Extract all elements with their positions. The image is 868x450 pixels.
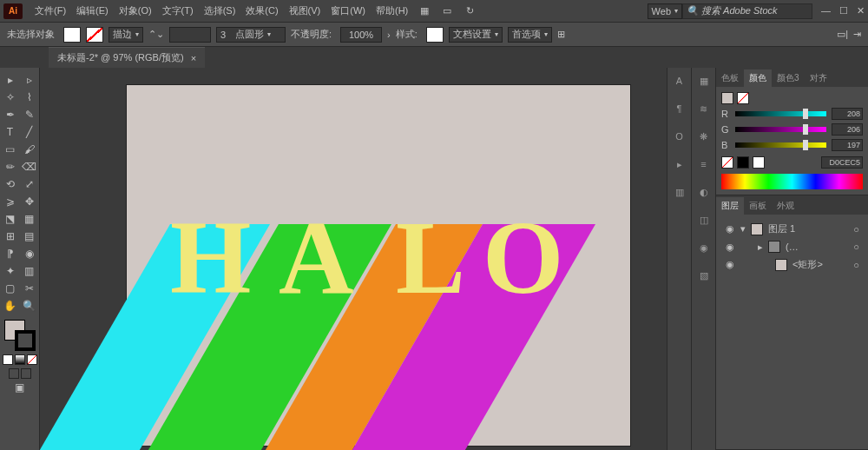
shaper-tool[interactable]: ✏ <box>1 158 20 175</box>
minimize-button[interactable]: — <box>821 5 831 17</box>
transparency-panel-icon[interactable]: ◫ <box>696 212 712 228</box>
graph-tool[interactable]: ▥ <box>20 262 39 280</box>
target-icon[interactable]: ○ <box>853 224 859 235</box>
paintbrush-tool[interactable]: 🖌 <box>20 141 39 158</box>
gradient-tool[interactable]: ▤ <box>20 228 39 245</box>
color-spectrum[interactable] <box>721 174 863 189</box>
doc-setup-button[interactable]: 文档设置 <box>449 27 503 43</box>
layer-item[interactable]: ◉ ▾ 图层 1 ○ <box>721 220 863 238</box>
slice-tool[interactable]: ✂ <box>20 280 39 297</box>
menu-window[interactable]: 窗口(W) <box>326 2 371 20</box>
canvas[interactable]: H A L O <box>40 68 667 450</box>
artboard-tool[interactable]: ▢ <box>1 280 20 297</box>
prefs-button[interactable]: 首选项 <box>508 27 552 43</box>
panel-toggle-icon[interactable]: ▭| <box>837 29 848 40</box>
target-icon[interactable]: ○ <box>853 260 859 270</box>
menu-file[interactable]: 文件(F) <box>30 2 71 20</box>
white-swatch[interactable] <box>753 156 765 169</box>
character-panel-icon[interactable]: A <box>672 73 687 89</box>
stroke-width-stepper[interactable]: ⌃⌄ <box>148 29 164 40</box>
slider-r[interactable]: R208 <box>721 108 863 120</box>
none-swatch[interactable] <box>721 156 733 169</box>
eyedropper-tool[interactable]: ⁋ <box>1 245 20 262</box>
color-fill-swatch[interactable] <box>721 92 733 104</box>
fill-swatch[interactable] <box>63 27 81 43</box>
menu-effect[interactable]: 效果(C) <box>240 2 283 20</box>
menu-select[interactable]: 选择(S) <box>199 2 241 20</box>
stroke-panel-icon[interactable]: ≡ <box>696 156 712 172</box>
disclosure-icon[interactable]: ▸ <box>758 242 763 253</box>
target-icon[interactable]: ○ <box>853 242 859 252</box>
brushes-panel-icon[interactable]: ≋ <box>696 101 712 116</box>
zoom-tool[interactable]: 🔍 <box>20 297 39 314</box>
symbols-panel-icon[interactable]: ❋ <box>696 129 712 144</box>
screen-mode-button[interactable]: ▣ <box>10 379 30 396</box>
perspective-tool[interactable]: ▦ <box>20 210 39 228</box>
style-swatch[interactable] <box>426 27 444 43</box>
layer-item[interactable]: ◉ ▸ (… ○ <box>721 238 863 255</box>
type-tool[interactable]: T <box>1 123 20 141</box>
screen-mode-row[interactable] <box>9 368 31 379</box>
shape-builder-tool[interactable]: ⬔ <box>1 210 20 228</box>
menu-object[interactable]: 对象(O) <box>114 2 157 20</box>
stroke-swatch[interactable] <box>86 27 103 43</box>
black-swatch[interactable] <box>737 156 749 169</box>
disclosure-icon[interactable]: ▾ <box>740 223 746 235</box>
stroke-menu[interactable]: 描边 <box>108 27 143 43</box>
arrange-icon[interactable]: ▭ <box>439 3 455 19</box>
graphic-styles-panel-icon[interactable]: ▧ <box>696 268 712 283</box>
maximize-button[interactable]: ☐ <box>839 5 848 17</box>
opacity-flyout[interactable]: › <box>387 30 391 40</box>
document-tab[interactable]: 未标题-2* @ 97% (RGB/预览) × <box>49 47 205 68</box>
tab-align2[interactable]: 对齐 <box>805 69 832 87</box>
color-stroke-swatch[interactable] <box>737 92 749 104</box>
scale-tool[interactable]: ⤢ <box>20 175 39 193</box>
close-button[interactable]: ✕ <box>857 5 865 17</box>
bridge-icon[interactable]: ▦ <box>417 3 432 19</box>
transform-panel-icon[interactable]: ▸ <box>672 156 687 172</box>
rotate-tool[interactable]: ⟲ <box>1 175 20 193</box>
sync-icon[interactable]: ↻ <box>462 3 477 19</box>
mesh-tool[interactable]: ⊞ <box>1 228 20 245</box>
fill-stroke-control[interactable] <box>4 320 36 351</box>
tab-color[interactable]: 颜色 <box>744 69 772 87</box>
magic-wand-tool[interactable]: ✧ <box>1 89 20 106</box>
pen-tool[interactable]: ✒ <box>1 106 20 123</box>
symbol-sprayer-tool[interactable]: ✦ <box>1 262 20 280</box>
gradient-panel-icon[interactable]: ◐ <box>696 184 712 200</box>
menu-view[interactable]: 视图(V) <box>284 2 326 20</box>
stock-search[interactable]: 🔍 搜索 Adobe Stock <box>682 3 812 19</box>
color-mode-row[interactable] <box>3 354 37 365</box>
stroke-width-field[interactable] <box>169 27 211 43</box>
appearance-panel-icon[interactable]: ◉ <box>696 240 712 255</box>
hex-field[interactable]: D0CEC5 <box>821 156 863 169</box>
eraser-tool[interactable]: ⌫ <box>20 158 39 175</box>
paragraph-panel-icon[interactable]: ¶ <box>672 101 687 116</box>
direct-selection-tool[interactable]: ▹ <box>20 71 39 89</box>
tab-color-guide[interactable]: 颜色3 <box>772 69 805 87</box>
tab-close-icon[interactable]: × <box>191 53 196 63</box>
free-transform-tool[interactable]: ✥ <box>20 193 39 210</box>
menu-type[interactable]: 文字(T) <box>157 2 199 20</box>
selection-tool[interactable]: ▸ <box>1 71 20 89</box>
hand-tool[interactable]: ✋ <box>1 297 20 314</box>
tab-appearance[interactable]: 外观 <box>772 197 799 215</box>
slider-g[interactable]: G206 <box>721 123 863 136</box>
menu-help[interactable]: 帮助(H) <box>371 2 413 20</box>
tab-artboards[interactable]: 画板 <box>744 197 772 215</box>
layer-item[interactable]: ◉ <矩形> ○ <box>721 255 863 274</box>
stroke-profile[interactable]: 3 点圆形 <box>216 27 286 43</box>
width-tool[interactable]: ⩾ <box>1 193 20 210</box>
curvature-tool[interactable]: ✎ <box>20 106 39 123</box>
line-tool[interactable]: ╱ <box>20 123 39 141</box>
align-icon[interactable]: ⊞ <box>557 29 565 40</box>
lasso-tool[interactable]: ⌇ <box>20 89 39 106</box>
opacity-field[interactable]: 100% <box>340 27 382 43</box>
visibility-toggle[interactable]: ◉ <box>725 259 735 270</box>
workspace-switcher[interactable]: Web <box>648 3 682 19</box>
slider-b[interactable]: B197 <box>721 139 863 151</box>
blend-tool[interactable]: ◉ <box>20 245 39 262</box>
rectangle-tool[interactable]: ▭ <box>1 141 20 158</box>
swatches-panel-icon[interactable]: ▦ <box>696 73 712 89</box>
opentype-panel-icon[interactable]: O <box>672 129 687 144</box>
